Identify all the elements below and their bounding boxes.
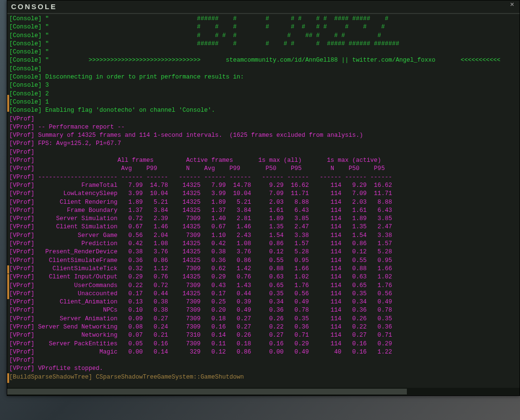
log-line: [VProf] LowLatencySleep 3.99 10.04 14325… [9,190,518,198]
log-line: [VProf] Server Simulation 0.72 2.39 7309… [9,215,518,223]
titlebar[interactable]: CONSOLE ✕ [7,0,520,12]
log-line: [VProf] Server Send Networking 0.08 0.24… [9,323,518,331]
log-line: [VProf] Summary of 14325 frames and 114 … [9,131,518,140]
log-line: [Console] Enabling flag 'donotecho' on c… [9,106,518,115]
log-line: [VProf] Server PackEntities 0.05 0.16 73… [9,340,518,348]
log-line: [Console] " ###### # # # # # # #### ####… [9,15,518,23]
log-line: [VProf] Present_RenderDevice 0.38 3.76 1… [9,248,518,256]
log-line: [VProf] ---------------------- ------ --… [9,173,518,182]
log-line: [Console] 1 [9,98,518,106]
log-line: [Console] 3 [9,81,518,90]
log-line: [BuildSparseShadowTree] CSparseShadowTre… [9,373,518,381]
log-line: [VProf] ClientSimulateFrame 0.36 0.86 14… [9,257,518,265]
log-line: [VProf] Networking 0.07 0.21 7310 0.14 0… [9,331,518,340]
log-line: [VProf] [9,115,518,123]
log-line: [VProf] Client Simulation 0.67 1.46 1432… [9,223,518,231]
close-icon[interactable]: ✕ [510,1,516,8]
log-line: [VProf] Unaccounted 0.17 0.44 14325 0.17… [9,290,518,298]
log-line: [VProf] Avg P99 N Avg P99 P50 P95 N P50 … [9,165,518,173]
log-line: [VProf] Client Rendering 1.89 5.21 14325… [9,198,518,207]
log-line: [VProf] Server Animation 0.09 0.27 7309 … [9,315,518,323]
log-line: [Console] 2 [9,90,518,98]
log-line: [Console] " # # # # # # # # # # # [9,23,518,31]
log-line: [VProf] FPS: Avg=125.2, P1=67.7 [9,140,518,148]
log-line: [Console] " ###### # # # # # ##### #####… [9,40,518,48]
scrollbar-thumb[interactable] [7,389,407,394]
log-line: [Console] " # # # # # ## # # # # [9,32,518,40]
log-line: [VProf] VProfLite stopped. [9,365,518,373]
log-line: [VProf] Server Game 0.56 2.04 7309 1.10 … [9,232,518,240]
log-line: [VProf] All frames Active frames 1s max … [9,157,518,165]
log-line: [VProf] UserCommands 0.22 0.72 7309 0.43… [9,282,518,290]
console-panel: CONSOLE ✕ [Console] " ###### # # # # # #… [7,0,520,396]
log-line: [VProf] Magic 0.00 0.14 329 0.12 0.86 0.… [9,348,518,356]
console-log[interactable]: [Console] " ###### # # # # # # #### ####… [7,14,520,387]
log-line: [Console] " [9,48,518,56]
log-line: [VProf] Client_Animation 0.13 0.38 7309 … [9,298,518,306]
log-line: [Console] Disconnecting in order to prin… [9,73,518,81]
log-line: [VProf] -- Performance report -- [9,123,518,131]
log-line: [VProf] Frame Boundary 1.37 3.84 14325 1… [9,207,518,215]
log-line: [VProf] [9,356,518,365]
log-line: [VProf] Prediction 0.42 1.08 14325 0.42 … [9,240,518,248]
log-line: [VProf] Client Input/Output 0.29 0.76 14… [9,273,518,281]
log-line: [Console] " >>>>>>>>>>>>>>>>>>>>>>>>>>>>… [9,56,518,65]
log-line: [Console] [9,65,518,73]
horizontal-scrollbar[interactable] [7,388,520,395]
log-line: [VProf] ClientSimulateTick 0.32 1.12 730… [9,265,518,273]
log-line: [VProf] NPCs 0.10 0.38 7309 0.20 0.49 0.… [9,306,518,315]
log-line: [VProf] [9,148,518,157]
window-title: CONSOLE [11,2,57,11]
log-line: [VProf] FrameTotal 7.99 14.78 14325 7.99… [9,182,518,190]
